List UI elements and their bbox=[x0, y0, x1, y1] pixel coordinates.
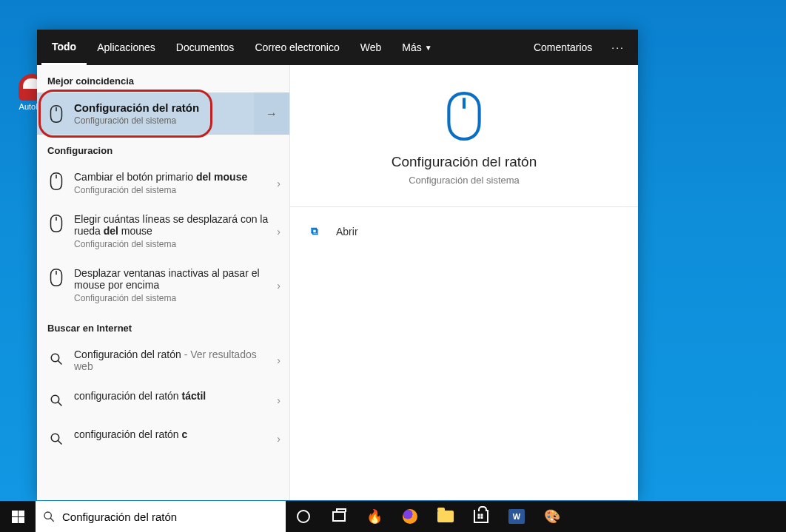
folder-icon bbox=[437, 511, 454, 522]
mouse-icon bbox=[46, 171, 67, 192]
result-subtitle: Configuración del sistema bbox=[74, 293, 272, 303]
task-view-icon bbox=[332, 511, 346, 522]
svg-line-7 bbox=[50, 518, 54, 522]
cortana-button[interactable] bbox=[286, 501, 321, 532]
best-match-result[interactable]: Configuración del ratón Configuración de… bbox=[37, 92, 254, 135]
open-label: Abrir bbox=[336, 226, 358, 238]
chevron-right-icon: › bbox=[277, 280, 281, 292]
search-panel: Todo Aplicaciones Documentos Correo elec… bbox=[37, 30, 638, 500]
taskbar: 🔥 W 🎨 bbox=[0, 501, 786, 532]
search-icon bbox=[46, 390, 67, 411]
search-icon bbox=[46, 349, 67, 369]
tab-documents[interactable]: Documentos bbox=[166, 30, 245, 65]
svg-line-1 bbox=[58, 360, 61, 364]
search-icon bbox=[43, 511, 55, 522]
tab-apps[interactable]: Aplicaciones bbox=[87, 30, 166, 65]
mouse-icon bbox=[46, 104, 67, 124]
preview-pane: Configuración del ratón Configuración de… bbox=[290, 65, 638, 500]
taskbar-app-paint[interactable]: 🎨 bbox=[534, 501, 570, 532]
svg-line-5 bbox=[58, 440, 61, 444]
result-item[interactable]: Desplazar ventanas inactivas al pasar el… bbox=[37, 258, 289, 312]
windows-logo-icon bbox=[12, 511, 24, 523]
feedback-link[interactable]: Comentarios bbox=[523, 41, 602, 53]
chevron-right-icon: › bbox=[277, 433, 281, 445]
svg-point-2 bbox=[51, 395, 59, 403]
paint-icon: 🎨 bbox=[544, 508, 560, 525]
open-action[interactable]: ⧉ Abrir bbox=[311, 220, 617, 242]
taskbar-search-box[interactable] bbox=[36, 501, 286, 532]
more-options-button[interactable]: ··· bbox=[602, 41, 634, 53]
taskbar-app-flame[interactable]: 🔥 bbox=[357, 501, 392, 532]
search-icon bbox=[46, 428, 67, 449]
svg-point-6 bbox=[44, 512, 51, 519]
taskbar-search-input[interactable] bbox=[62, 501, 278, 532]
word-icon: W bbox=[508, 509, 525, 524]
firefox-icon bbox=[403, 509, 417, 524]
tab-more[interactable]: Más▼ bbox=[392, 30, 442, 65]
result-item[interactable]: Elegir cuántas líneas se desplazará con … bbox=[37, 204, 289, 258]
task-view-button[interactable] bbox=[321, 501, 357, 532]
cortana-icon bbox=[297, 510, 310, 523]
preview-subtitle: Configuración del sistema bbox=[409, 175, 520, 186]
result-title: Configuración del ratón - Ver resultados… bbox=[74, 349, 272, 372]
store-icon bbox=[474, 510, 488, 523]
configuration-header: Configuracion bbox=[37, 135, 289, 162]
web-result-item[interactable]: configuración del ratón c › bbox=[37, 420, 289, 458]
tab-web[interactable]: Web bbox=[350, 30, 392, 65]
result-title: Desplazar ventanas inactivas al pasar el… bbox=[74, 267, 272, 291]
result-subtitle: Configuración del sistema bbox=[74, 185, 272, 195]
result-item[interactable]: Cambiar el botón primario del mouse Conf… bbox=[37, 162, 289, 204]
open-icon: ⧉ bbox=[311, 225, 324, 238]
best-match-subtitle: Configuración del sistema bbox=[74, 115, 245, 126]
preview-title: Configuración del ratón bbox=[392, 154, 537, 170]
web-result-item[interactable]: Configuración del ratón - Ver resultados… bbox=[37, 340, 289, 381]
best-match-header: Mejor coincidencia bbox=[37, 65, 289, 92]
result-title: configuración del ratón táctil bbox=[74, 390, 272, 402]
best-match-expand-button[interactable]: → bbox=[254, 92, 289, 135]
svg-point-0 bbox=[51, 354, 59, 362]
mouse-icon bbox=[46, 213, 67, 234]
tab-all[interactable]: Todo bbox=[41, 30, 87, 65]
results-column: Mejor coincidencia Configuración del rat… bbox=[37, 65, 290, 500]
chevron-right-icon: › bbox=[277, 354, 281, 366]
svg-point-4 bbox=[51, 434, 59, 442]
taskbar-app-firefox[interactable] bbox=[392, 501, 428, 532]
taskbar-app-store[interactable] bbox=[463, 501, 499, 532]
flame-icon: 🔥 bbox=[366, 508, 383, 525]
web-result-item[interactable]: configuración del ratón táctil › bbox=[37, 381, 289, 420]
result-title: Cambiar el botón primario del mouse bbox=[74, 171, 272, 183]
taskbar-app-file-explorer[interactable] bbox=[428, 501, 463, 532]
start-button[interactable] bbox=[0, 501, 36, 532]
search-filter-tabs: Todo Aplicaciones Documentos Correo elec… bbox=[37, 30, 638, 65]
mouse-icon bbox=[445, 92, 483, 141]
taskbar-app-word[interactable]: W bbox=[499, 501, 534, 532]
mouse-icon bbox=[46, 267, 67, 288]
chevron-right-icon: › bbox=[277, 178, 281, 189]
svg-line-3 bbox=[58, 402, 61, 405]
best-match-title: Configuración del ratón bbox=[74, 101, 245, 114]
result-title: Elegir cuántas líneas se desplazará con … bbox=[74, 213, 272, 237]
result-subtitle: Configuración del sistema bbox=[74, 239, 272, 249]
result-title: configuración del ratón c bbox=[74, 428, 272, 440]
chevron-right-icon: › bbox=[277, 394, 281, 406]
chevron-down-icon: ▼ bbox=[425, 44, 432, 52]
web-search-header: Buscar en Internet bbox=[37, 312, 289, 340]
chevron-right-icon: › bbox=[277, 226, 281, 238]
tab-email[interactable]: Correo electronico bbox=[244, 30, 349, 65]
